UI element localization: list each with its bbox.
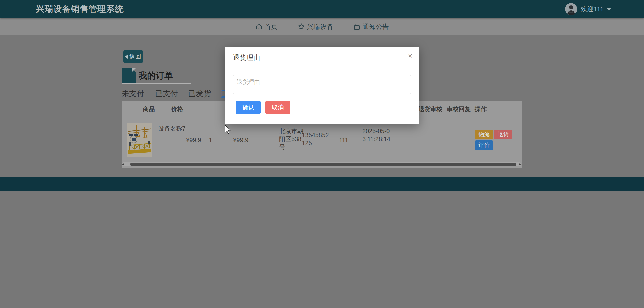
page-title-icon bbox=[122, 68, 136, 83]
back-button[interactable]: 返回 bbox=[123, 50, 143, 63]
cell-price: ¥99.9 bbox=[186, 137, 201, 144]
nav-item-label: 通知公告 bbox=[363, 22, 389, 31]
title-underline bbox=[122, 83, 191, 84]
close-icon[interactable]: × bbox=[408, 52, 412, 60]
nav-item-home[interactable]: 首页 bbox=[255, 22, 278, 31]
avatar-image bbox=[565, 3, 577, 15]
back-button-label: 返回 bbox=[129, 53, 141, 61]
app-footer bbox=[0, 177, 644, 191]
user-greeting: 欢迎111 bbox=[581, 5, 604, 14]
cell-consignee: 111 bbox=[339, 137, 348, 144]
nav-item-label: 首页 bbox=[265, 22, 278, 31]
tab-unpaid[interactable]: 未支付 bbox=[122, 89, 144, 99]
scrollbar-thumb[interactable] bbox=[130, 163, 516, 166]
cell-total: ¥99.9 bbox=[233, 137, 248, 144]
back-arrow-icon bbox=[125, 54, 128, 59]
logistics-button[interactable]: 物流 bbox=[475, 130, 493, 139]
cell-product-name: 设备名称7 bbox=[158, 125, 185, 133]
bag-icon bbox=[353, 23, 360, 30]
home-icon bbox=[255, 23, 262, 30]
product-image bbox=[127, 123, 152, 157]
app-title: 兴瑞设备销售管理系统 bbox=[36, 3, 124, 15]
col-header-return-audit: 退货审核 bbox=[418, 105, 442, 113]
col-header-product: 商品 bbox=[143, 105, 155, 113]
nav-item-label: 兴瑞设备 bbox=[307, 22, 333, 31]
return-reason-modal: 退货理由 × 确认 取消 bbox=[225, 47, 419, 124]
star-icon bbox=[298, 23, 305, 30]
chevron-down-icon bbox=[606, 8, 611, 11]
cell-order-time: 2025-05-03 11:28:14 bbox=[362, 127, 392, 143]
scrollbar-right-arrow[interactable] bbox=[519, 163, 521, 166]
cancel-button[interactable]: 取消 bbox=[265, 101, 290, 114]
cell-quantity: 1 bbox=[209, 137, 212, 144]
col-header-price: 价格 bbox=[171, 105, 183, 113]
return-goods-button[interactable]: 退货 bbox=[494, 130, 512, 139]
return-reason-textarea[interactable] bbox=[233, 75, 411, 94]
modal-title: 退货理由 bbox=[233, 53, 260, 62]
confirm-button[interactable]: 确认 bbox=[236, 101, 261, 114]
col-header-actions: 操作 bbox=[475, 105, 487, 113]
scrollbar-left-arrow[interactable] bbox=[122, 163, 124, 166]
review-button[interactable]: 评价 bbox=[475, 140, 493, 150]
page-title: 我的订单 bbox=[139, 70, 173, 82]
nav-item-equipment[interactable]: 兴瑞设备 bbox=[298, 22, 333, 31]
cell-address: 北京市朝阳区538号 bbox=[279, 127, 304, 151]
avatar[interactable] bbox=[565, 3, 577, 15]
nav-item-notices[interactable]: 通知公告 bbox=[353, 22, 389, 31]
nav-bar: 首页 兴瑞设备 通知公告 bbox=[0, 18, 644, 35]
tab-paid[interactable]: 已支付 bbox=[155, 89, 178, 99]
cell-phone: 13545852125 bbox=[302, 131, 330, 147]
col-header-audit-reply: 审核回复 bbox=[447, 105, 471, 113]
tab-shipped[interactable]: 已发货 bbox=[188, 89, 211, 99]
user-menu[interactable]: 欢迎111 bbox=[565, 0, 611, 18]
app-header: 兴瑞设备销售管理系统 欢迎111 bbox=[0, 0, 644, 18]
